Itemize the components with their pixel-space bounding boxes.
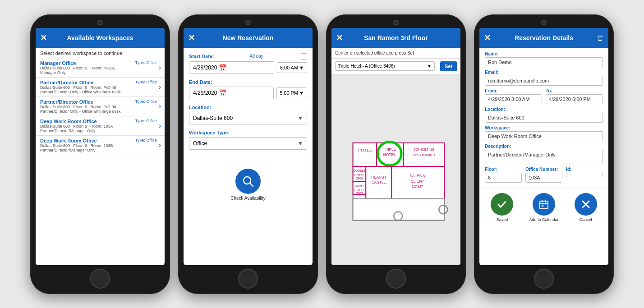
phone-1-screen: ✕ Available Workspaces Select desired wo… xyxy=(36,28,165,265)
chevron-5: › xyxy=(159,141,161,149)
svg-text:HOTEL: HOTEL xyxy=(354,173,364,176)
name-label: Name: xyxy=(485,51,603,56)
workspace-item-3[interactable]: Partner/Director Office Type: Office Dal… xyxy=(36,97,165,116)
map-hint-text: Center on selected office and press Set xyxy=(335,51,457,55)
workspace-3-type: Type: Office xyxy=(135,99,157,105)
floor-input[interactable]: 6 xyxy=(485,173,522,183)
office-selector-arrow: ▼ xyxy=(427,64,432,69)
workspace-4-details: Dallas-Suite 600 Floor: 6 Room: 103A xyxy=(40,124,157,129)
location-row: Location: Dallas-Suite 600 ▼ xyxy=(189,105,307,124)
check-availability-section: Check Availability xyxy=(189,169,307,201)
from-field: From: 4/29/2020 8:00 AM xyxy=(485,88,542,104)
svg-text:TRIPLE: TRIPLE xyxy=(383,147,396,151)
map-hint-row: Center on selected office and press Set xyxy=(331,48,460,59)
email-input[interactable]: ron.demo@demoamllp.com xyxy=(485,76,603,86)
workspace-detail-input[interactable]: Deep Work Room Office xyxy=(485,131,603,141)
phone-1-close[interactable]: ✕ xyxy=(40,33,47,43)
workspace-item-5[interactable]: Deep Work Room Office Type: Office Dalla… xyxy=(36,136,165,155)
svg-text:HEARST: HEARST xyxy=(371,175,386,179)
phone-1-home[interactable] xyxy=(90,269,110,289)
workspace-2-title: Partner/Director Office xyxy=(40,80,93,85)
add-to-calendar-button[interactable]: Add to Calendar xyxy=(529,193,558,222)
phone-2-notch xyxy=(245,20,251,25)
workspace-2-details: Dallas-Suite 600 Floor: 6 Room: P/D-46 xyxy=(40,85,157,90)
reservation-form: Start Date: All day 4/29/2020 📅 8:00 AM xyxy=(184,48,313,206)
email-label: Email: xyxy=(485,70,603,75)
workspace-item-4[interactable]: Deep Work Room Office Type: Office Dalla… xyxy=(36,116,165,136)
floor-plan-area[interactable]: HOTEL TRIPLE HOTEL CONSULTING OPS / MARK… xyxy=(331,74,460,265)
start-date-row: Start Date: All day 4/29/2020 📅 8:00 AM xyxy=(189,53,307,74)
cancel-label: Cancel xyxy=(579,217,592,222)
workspace-item-1[interactable]: Manager Office Type: Office Dallas-Suite… xyxy=(36,58,165,78)
id-input[interactable] xyxy=(566,173,603,177)
workspace-4-type: Type: Office xyxy=(135,119,157,124)
end-time-select[interactable]: 5:00 PM ▼ xyxy=(276,87,307,98)
phone-2-header: ✕ New Reservation xyxy=(184,28,313,48)
description-label: Description: xyxy=(485,144,603,149)
phones-container: ✕ Available Workspaces Select desired wo… xyxy=(30,14,614,294)
workspace-5-details: Dallas-Suite 600 Floor: 6 Room: 103B xyxy=(40,143,157,148)
location-arrow: ▼ xyxy=(298,115,303,121)
workspace-4-note: Partner/Director/Manager Only xyxy=(40,129,157,133)
end-date-input[interactable]: 4/29/2020 📅 xyxy=(189,87,274,99)
phone-3-header: ✕ San Ramon 3rd Floor xyxy=(331,28,460,48)
workspace-2-note: Partner/Director Only - Office with larg… xyxy=(40,90,157,94)
description-input[interactable]: Partner/Director/Manager Only xyxy=(485,150,603,164)
check-availability-button[interactable] xyxy=(235,169,261,194)
workspace-3-details: Dallas-Suite 600 Floor: 6 Room: P/D-98 xyxy=(40,105,157,109)
action-buttons: Saved Add to Calendar xyxy=(479,188,608,225)
start-date-input[interactable]: 4/29/2020 📅 xyxy=(189,61,274,74)
svg-rect-32 xyxy=(540,201,548,209)
office-selector[interactable]: Triple Hotel - A (Office 3406) ▼ xyxy=(335,61,435,71)
workspace-detail-field: Workspace: Deep Work Room Office xyxy=(485,125,603,141)
cancel-button[interactable]: Cancel xyxy=(575,193,597,222)
phone-2-close[interactable]: ✕ xyxy=(188,33,195,43)
set-button[interactable]: Set xyxy=(440,61,457,71)
chevron-2: › xyxy=(159,83,161,91)
start-time-value: 8:00 AM xyxy=(280,65,298,70)
name-input[interactable]: Ron Demo xyxy=(485,57,603,67)
phone-4-content: Name: Ron Demo Email: ron.demo@demoamllp… xyxy=(479,48,608,265)
phone-1-notch xyxy=(97,20,103,25)
phone-3-close[interactable]: ✕ xyxy=(336,33,343,43)
phone-4-header: ✕ Reservation Details 🗑 xyxy=(479,28,608,48)
workspace-4-title: Deep Work Room Office xyxy=(40,119,97,124)
workspace-type-dropdown[interactable]: Office ▼ xyxy=(189,137,307,150)
phone-1-header: ✕ Available Workspaces xyxy=(36,28,165,48)
office-selector-value: Triple Hotel - A (Office 3406) xyxy=(338,64,395,69)
allday-checkbox[interactable] xyxy=(301,53,307,60)
floor-office-id-row: Floor: 6 Office Number: 103A Id: xyxy=(485,167,603,183)
svg-rect-29 xyxy=(353,198,445,220)
saved-button[interactable]: Saved xyxy=(491,193,513,222)
email-field: Email: ron.demo@demoamllp.com xyxy=(485,70,603,86)
to-field: To: 4/29/2020 5:00 PM xyxy=(546,88,603,104)
phone-3-home[interactable] xyxy=(386,269,406,289)
phone-3-screen: ✕ San Ramon 3rd Floor Center on selected… xyxy=(331,28,460,265)
from-label: From: xyxy=(485,88,542,93)
end-date-value: 4/29/2020 xyxy=(193,90,217,96)
phone-3-title: San Ramon 3rd Floor xyxy=(364,34,428,41)
allday-label: All day xyxy=(250,54,263,59)
workspace-item-2[interactable]: Partner/Director Office Type: Office Dal… xyxy=(36,78,165,97)
workspace-1-details: Dallas-Suite 600 Floor: 6 Room: M-26E xyxy=(40,66,157,70)
phone-2-home[interactable] xyxy=(238,269,258,289)
floor-field: Floor: 6 xyxy=(485,167,522,183)
name-field: Name: Ron Demo xyxy=(485,51,603,67)
phone-4-trash[interactable]: 🗑 xyxy=(597,34,604,42)
phone-4-close[interactable]: ✕ xyxy=(484,33,491,43)
saved-label: Saved xyxy=(497,217,508,222)
start-time-select[interactable]: 8:00 AM ▼ xyxy=(277,62,307,73)
location-value: Dallas-Suite 600 xyxy=(193,115,233,121)
office-number-field: Office Number: 103A xyxy=(525,167,562,183)
location-detail-input[interactable]: Dallas-Suite 600 xyxy=(485,113,603,123)
to-input[interactable]: 4/29/2020 5:00 PM xyxy=(546,94,603,104)
from-input[interactable]: 4/29/2020 8:00 AM xyxy=(485,94,542,104)
location-dropdown[interactable]: Dallas-Suite 600 ▼ xyxy=(189,112,307,124)
office-number-input[interactable]: 103A xyxy=(525,173,562,183)
phone-4-home[interactable] xyxy=(534,269,554,289)
calendar-icon-end: 📅 xyxy=(219,89,226,97)
cancel-icon xyxy=(575,193,597,216)
start-date-value: 4/29/2020 xyxy=(193,64,217,71)
workspace-1-type: Type: Office xyxy=(135,60,157,66)
chevron-3: › xyxy=(159,102,161,110)
